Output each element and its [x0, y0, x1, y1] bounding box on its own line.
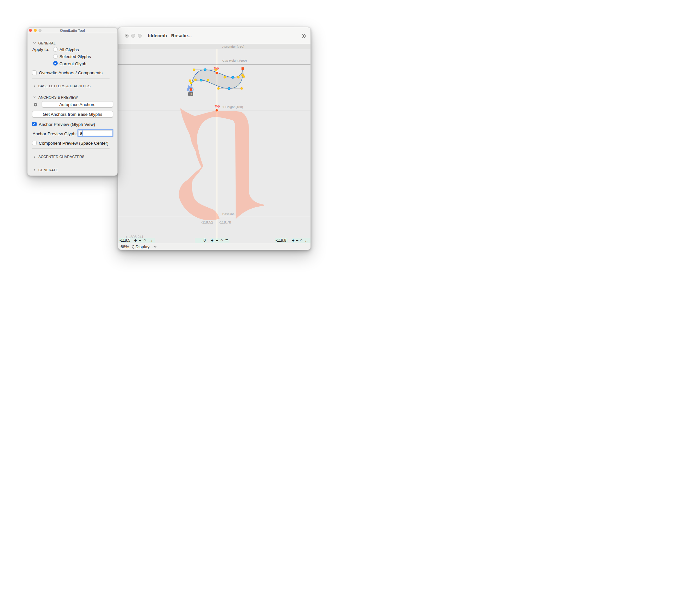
svg-text:top: top	[214, 67, 219, 70]
svg-text:_top: _top	[213, 105, 220, 108]
svg-text:0: 0	[190, 92, 192, 96]
